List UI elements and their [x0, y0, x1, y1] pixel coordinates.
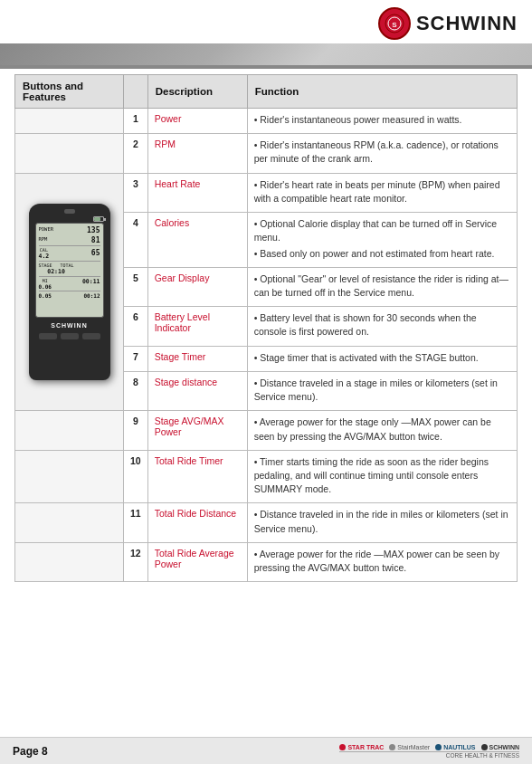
function-text: Distance traveled in in the ride in mile… — [254, 508, 510, 535]
desc-label: Power — [155, 113, 182, 124]
col-header-buttons: Buttons and Features — [15, 75, 124, 109]
row-function: Distance traveled in in the ride in mile… — [247, 503, 517, 542]
row-number: 12 — [124, 542, 148, 581]
device-btn-1[interactable] — [39, 333, 57, 339]
desc-label: Calories — [155, 217, 190, 228]
row-description: Stage distance — [147, 371, 247, 410]
screen-mi2: 0.05 — [39, 292, 52, 299]
battery-nub — [104, 218, 106, 221]
row-number: 5 — [124, 267, 148, 306]
row-number: 11 — [124, 503, 148, 542]
row-function: Optional "Gear" or level of resistance t… — [247, 267, 517, 306]
screen-mi-val: 0.06 — [39, 283, 52, 290]
row-function: Average power for the stage only —MAX po… — [247, 411, 517, 450]
device-brand-label: SCHWINN — [51, 322, 87, 329]
brand-startrac: STAR TRAC — [339, 744, 384, 750]
startrac-label: STAR TRAC — [347, 744, 384, 750]
row-description: Total Ride Timer — [147, 450, 247, 503]
screen-mi-area: MI 0.06 — [39, 278, 52, 290]
row-number: 2 — [124, 134, 148, 173]
function-text: Distance traveled in a stage in miles or… — [254, 377, 510, 404]
row-number: 3 — [124, 173, 148, 212]
screen-val-rpm: 81 — [91, 236, 100, 244]
page-number: Page 8 — [13, 745, 48, 758]
empty-image-cell — [15, 503, 124, 542]
screen-val-65: 65 — [91, 249, 100, 257]
schwinn-footer-label: SCHWINN — [489, 744, 519, 750]
table-row: POWER 135 RPM 81 CAL 4.2 65 — [15, 173, 518, 212]
device-btn-3[interactable] — [82, 333, 100, 339]
screen-row-5: MI 0.06 00:11 — [39, 276, 100, 291]
screen-row-1: POWER 135 — [39, 225, 100, 235]
screen-row-3: CAL 4.2 65 — [39, 245, 100, 261]
desc-label: RPM — [155, 138, 176, 149]
row-description: RPM — [147, 134, 247, 173]
row-number: 8 — [124, 371, 148, 410]
row-number: 1 — [124, 109, 148, 134]
function-text: Average power for the ride —MAX power ca… — [254, 548, 510, 575]
row-number: 4 — [124, 213, 148, 268]
row-number: 7 — [124, 346, 148, 371]
screen-label-rpm: RPM — [39, 236, 48, 244]
row-function: Timer starts timing the ride as soon as … — [247, 450, 517, 503]
row-function: Rider's heart rate in beats per minute (… — [247, 173, 517, 212]
battery-icon — [93, 216, 104, 222]
empty-image-cell — [15, 542, 124, 581]
row-description: Heart Rate — [147, 173, 247, 212]
screen-cal-val: 4.2 — [39, 253, 50, 260]
battery-fill — [94, 217, 100, 221]
brand-nautilus: NAUTILUS — [435, 744, 475, 750]
footer-brands-area: STAR TRAC StairMaster NAUTILUS SCHWINN C… — [339, 744, 519, 759]
row-function: Battery level that is shown for 30 secon… — [247, 307, 517, 346]
brand-logos: STAR TRAC StairMaster NAUTILUS SCHWINN — [339, 744, 519, 750]
desc-label: Total Ride Distance — [155, 508, 236, 519]
empty-image-cell — [15, 411, 124, 450]
screen-label-power: POWER — [39, 226, 54, 234]
table-row: 10Total Ride TimerTimer starts timing th… — [15, 450, 518, 503]
table-row: 12Total Ride Average PowerAverage power … — [15, 542, 518, 581]
device-btn-2[interactable] — [61, 333, 79, 339]
row-description: Power — [147, 109, 247, 134]
screen-stage-val: 02:10 — [39, 268, 74, 275]
brand-schwinn-footer: SCHWINN — [481, 744, 519, 750]
row-function: Rider's instantaneous power measured in … — [247, 109, 517, 134]
device-body: POWER 135 RPM 81 CAL 4.2 65 — [29, 204, 110, 380]
function-text: Rider's instantaneous power measured in … — [254, 113, 510, 127]
row-description: Calories — [147, 213, 247, 268]
screen-time2: 00:12 — [83, 292, 100, 299]
col-header-desc: Description — [147, 75, 247, 109]
row-number: 6 — [124, 307, 148, 346]
screen-time1: 00:11 — [82, 278, 100, 290]
row-description: Gear Display — [147, 267, 247, 306]
nautilus-dot — [435, 744, 442, 750]
schwinn-footer-dot — [481, 744, 488, 750]
startrac-dot — [339, 744, 346, 750]
main-content: Buttons and Features Description Functio… — [0, 74, 532, 582]
row-description: Total Ride Average Power — [147, 542, 247, 581]
logo-area: S SCHWINN — [378, 7, 518, 40]
function-text: Timer starts timing the ride as soon as … — [254, 455, 510, 497]
desc-label: Stage AVG/MAX Power — [155, 415, 224, 437]
table-row: 2RPMRider's instantaneous RPM (a.k.a. ca… — [15, 134, 518, 173]
svg-text:S: S — [392, 21, 397, 29]
function-text: Optional Calorie display that can be tur… — [254, 217, 510, 244]
empty-image-cell — [15, 109, 124, 134]
brand-stairmaster: StairMaster — [389, 744, 430, 750]
stairmaster-dot — [389, 744, 395, 750]
function-text: Rider's instantaneous RPM (a.k.a. cadenc… — [254, 138, 510, 166]
function-text: Rider's heart rate in beats per minute (… — [254, 178, 510, 205]
footer: Page 8 STAR TRAC StairMaster NAUTILUS SC… — [0, 737, 532, 764]
table-row: 11Total Ride DistanceDistance traveled i… — [15, 503, 518, 542]
screen-val-power: 135 — [87, 226, 100, 234]
row-function: Distance traveled in a stage in miles or… — [247, 371, 517, 410]
function-text: Battery level that is shown for 30 secon… — [254, 311, 510, 339]
table-row: 1PowerRider's instantaneous power measur… — [15, 109, 518, 134]
screen-row-4: STAGE TOTAL 02:10 — [39, 261, 100, 276]
decorative-banner — [0, 43, 532, 69]
stairmaster-label: StairMaster — [397, 744, 430, 750]
function-text: Stage timer that is activated with the S… — [254, 351, 510, 365]
device-image-cell: POWER 135 RPM 81 CAL 4.2 65 — [15, 173, 124, 411]
row-description: Total Ride Distance — [147, 503, 247, 542]
device-screen: POWER 135 RPM 81 CAL 4.2 65 — [35, 223, 104, 318]
desc-label: Total Ride Timer — [155, 455, 223, 466]
